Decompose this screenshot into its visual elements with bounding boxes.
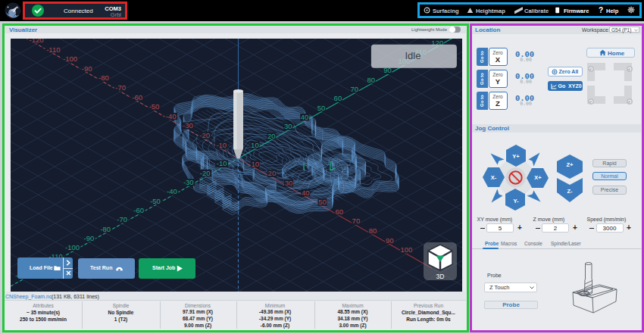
svg-text:50: 50 bbox=[317, 103, 325, 111]
svg-text:100: 100 bbox=[400, 245, 412, 254]
svg-text:-30: -30 bbox=[183, 121, 193, 130]
svg-text:60: 60 bbox=[333, 94, 342, 102]
svg-text:-70: -70 bbox=[115, 83, 126, 92]
svg-text:Y-: Y- bbox=[513, 198, 519, 204]
svg-text:70: 70 bbox=[350, 85, 358, 93]
svg-text:70: 70 bbox=[352, 217, 360, 225]
svg-text:-10: -10 bbox=[216, 159, 227, 167]
svg-text:X+: X+ bbox=[534, 174, 542, 181]
svg-text:X-: X- bbox=[491, 174, 497, 181]
svg-text:60: 60 bbox=[335, 208, 343, 216]
svg-text:-60: -60 bbox=[132, 92, 142, 101]
svg-text:30: 30 bbox=[284, 179, 292, 187]
svg-text:-40: -40 bbox=[167, 187, 177, 195]
svg-text:-50: -50 bbox=[150, 196, 161, 204]
svg-text:-10: -10 bbox=[216, 140, 227, 148]
svg-text:20: 20 bbox=[267, 131, 276, 139]
svg-text:10: 10 bbox=[251, 141, 259, 149]
svg-text:-20: -20 bbox=[199, 169, 210, 177]
svg-text:-40: -40 bbox=[165, 112, 176, 120]
svg-text:Y+: Y+ bbox=[512, 153, 520, 160]
svg-text:30: 30 bbox=[283, 122, 292, 130]
svg-text:Z+: Z+ bbox=[567, 161, 574, 168]
svg-text:Z-: Z- bbox=[567, 188, 573, 195]
svg-text:20: 20 bbox=[267, 169, 276, 177]
svg-text:-100: -100 bbox=[65, 243, 80, 251]
svg-text:-60: -60 bbox=[133, 206, 144, 214]
svg-text:-110: -110 bbox=[46, 45, 60, 53]
svg-text:40: 40 bbox=[300, 113, 308, 121]
svg-text:-70: -70 bbox=[117, 215, 127, 223]
svg-text:-90: -90 bbox=[81, 64, 92, 73]
svg-text:80: 80 bbox=[368, 226, 377, 235]
svg-text:90: 90 bbox=[386, 236, 394, 244]
svg-text:3D: 3D bbox=[436, 272, 444, 279]
svg-text:-80: -80 bbox=[98, 73, 109, 82]
svg-text:-120: -120 bbox=[29, 39, 43, 44]
svg-text:80: 80 bbox=[367, 76, 375, 84]
svg-text:-80: -80 bbox=[100, 224, 111, 233]
svg-text:-30: -30 bbox=[183, 178, 193, 186]
svg-text:-50: -50 bbox=[148, 102, 159, 111]
svg-text:Idle: Idle bbox=[405, 50, 420, 61]
svg-text:-100: -100 bbox=[63, 55, 77, 63]
svg-text:50: 50 bbox=[318, 198, 327, 206]
svg-text:40: 40 bbox=[302, 188, 310, 196]
svg-text:-20: -20 bbox=[199, 131, 210, 139]
svg-text:10: 10 bbox=[251, 160, 259, 168]
svg-text:-90: -90 bbox=[83, 234, 94, 242]
